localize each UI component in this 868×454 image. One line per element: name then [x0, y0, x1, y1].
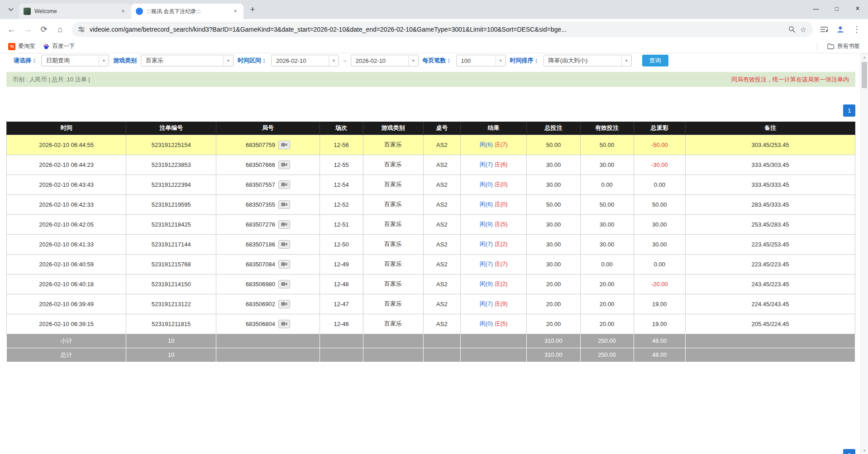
tab-close-icon[interactable]: × — [232, 8, 239, 15]
cell-total-bet[interactable]: 50.00 — [527, 135, 580, 155]
result-banker: 庄(9) — [495, 300, 508, 307]
page-scrollbar[interactable]: ▲ ▼ — [860, 53, 868, 454]
cell-total-bet[interactable]: 30.00 — [527, 214, 580, 234]
cell-total-bet[interactable]: 30.00 — [527, 254, 580, 274]
subtotal-total-bet: 310.00 — [527, 334, 580, 348]
date-range-label: 时间区间： — [238, 57, 267, 65]
cell-table-no: AS2 — [423, 294, 461, 314]
col-bet-id: 注单编号 — [126, 122, 216, 135]
page-content: 请选择： 日期查询 ▼ 游戏类别 百家乐 ▼ 时间区间： 2026-02-10 … — [0, 53, 868, 454]
total-count: 10 — [126, 348, 216, 362]
zoom-icon[interactable] — [788, 26, 796, 33]
sort-select[interactable]: 降幂(由大到小) ▼ — [544, 55, 632, 66]
cell-time: 2026-02-10 06:44:23 — [7, 155, 126, 175]
bookmarks-divider — [817, 43, 817, 50]
close-button[interactable]: × — [847, 2, 868, 15]
table-row: 2026-02-10 06:43:43 523191222394 6835075… — [7, 175, 855, 194]
cell-round-id: 683507186 — [216, 234, 320, 254]
cell-total-bet[interactable]: 20.00 — [527, 314, 580, 334]
result-player: 闲(0) — [480, 320, 493, 327]
cell-total-bet[interactable]: 30.00 — [527, 175, 580, 194]
replay-video-icon[interactable] — [278, 280, 290, 288]
cell-payout: -20.00 — [634, 274, 685, 294]
date-end-input[interactable]: 2026-02-10 ▼ — [351, 55, 419, 66]
bookmark-baidu[interactable]: 百度一下 — [39, 41, 79, 52]
minimize-button[interactable]: — — [806, 2, 826, 15]
dropdown-arrow-icon: ▼ — [223, 55, 233, 66]
replay-video-icon[interactable] — [278, 300, 290, 308]
scroll-up-arrow[interactable]: ▲ — [861, 53, 868, 61]
tab-search-button[interactable] — [5, 3, 17, 16]
cell-total-bet[interactable]: 20.00 — [527, 274, 580, 294]
game-type-select[interactable]: 百家乐 ▼ — [141, 55, 234, 66]
browser-menu-icon[interactable]: ⋮ — [849, 22, 864, 37]
select-label: 请选择： — [14, 57, 37, 65]
cell-game-type: 百家乐 — [363, 254, 423, 274]
cell-game-type: 百家乐 — [363, 234, 423, 254]
cell-total-bet[interactable]: 30.00 — [527, 155, 580, 175]
result-banker: 庄(5) — [495, 320, 508, 327]
per-page-select[interactable]: 100 ▼ — [456, 55, 506, 66]
back-button[interactable]: ← — [4, 22, 19, 37]
media-controls-icon[interactable] — [816, 22, 832, 37]
cell-valid-bet: 20.00 — [580, 314, 634, 334]
cell-remark: 333.45/303.45 — [686, 155, 855, 175]
home-button[interactable]: ⌂ — [52, 22, 68, 37]
round-id-text: 683507666 — [246, 161, 275, 168]
query-type-select[interactable]: 日期查询 ▼ — [41, 55, 109, 66]
col-payout: 总派彩 — [634, 122, 685, 135]
replay-video-icon[interactable] — [278, 141, 290, 149]
result-banker: 庄(7) — [495, 260, 508, 267]
replay-video-icon[interactable] — [278, 200, 290, 209]
new-tab-button[interactable]: + — [246, 3, 259, 16]
round-id-text: 683507084 — [246, 261, 275, 268]
cell-session: 12-50 — [320, 234, 363, 254]
reload-button[interactable]: ⟳ — [36, 22, 52, 37]
replay-video-icon[interactable] — [278, 220, 290, 229]
bookmark-label: 百度一下 — [52, 43, 75, 50]
scrollbar-thumb[interactable] — [862, 62, 867, 88]
tab-bet-record[interactable]: :::视讯 会员下注纪录::: × — [131, 4, 243, 19]
tab-title: Welcome — [34, 8, 116, 14]
cell-valid-bet: 50.00 — [580, 194, 634, 214]
cell-remark: 283.45/333.45 — [686, 194, 855, 214]
cell-bet-id: 523191219595 — [126, 194, 216, 214]
cell-payout: 19.00 — [634, 314, 685, 334]
dropdown-arrow-icon: ▼ — [408, 55, 418, 66]
cell-total-bet[interactable]: 50.00 — [527, 194, 580, 214]
cell-bet-id: 523191215768 — [126, 254, 216, 274]
cell-table-no: AS2 — [423, 314, 461, 334]
replay-video-icon[interactable] — [278, 320, 290, 328]
query-button[interactable]: 查询 — [642, 55, 668, 66]
bookmarks-bar: 淘 爱淘宝 百度一下 所有书签 — [0, 40, 868, 53]
scroll-down-arrow[interactable]: ▼ — [861, 447, 868, 454]
tab-welcome[interactable]: Welcome × — [19, 4, 131, 19]
address-bar[interactable]: videoie.com/game/betrecord_search/kind3?… — [72, 22, 813, 37]
replay-video-icon[interactable] — [278, 161, 290, 169]
subtotal-payout: 48.00 — [634, 334, 685, 348]
col-game-type: 游戏类别 — [363, 122, 423, 135]
tab-close-icon[interactable]: × — [119, 8, 127, 15]
cell-total-bet[interactable]: 30.00 — [527, 234, 580, 254]
cell-total-bet[interactable]: 20.00 — [527, 294, 580, 314]
replay-video-icon[interactable] — [278, 260, 290, 269]
replay-video-icon[interactable] — [278, 240, 290, 249]
all-bookmarks-button[interactable]: 所有书签 — [824, 41, 863, 52]
profile-avatar[interactable] — [833, 22, 848, 37]
cell-time: 2026-02-10 06:42:05 — [7, 214, 126, 234]
site-info-icon[interactable] — [78, 26, 85, 33]
date-start-input[interactable]: 2026-02-10 ▼ — [271, 55, 339, 66]
page-1-button[interactable]: 1 — [843, 104, 855, 117]
col-session: 场次 — [320, 122, 363, 135]
round-id-text: 683507557 — [246, 181, 275, 188]
bookmark-star-icon[interactable]: ☆ — [800, 25, 806, 34]
total-row: 总计 10 310.00 250.00 48.00 — [7, 348, 855, 362]
cell-game-type: 百家乐 — [363, 274, 423, 294]
page-1-button-bottom[interactable]: 1 — [843, 449, 855, 454]
maximize-button[interactable]: □ — [826, 2, 847, 15]
forward-button[interactable]: → — [20, 22, 35, 37]
cell-game-type: 百家乐 — [363, 194, 423, 214]
replay-video-icon[interactable] — [278, 180, 290, 189]
tab-favicon — [136, 8, 143, 15]
bookmark-aitaobao[interactable]: 淘 爱淘宝 — [5, 41, 39, 52]
